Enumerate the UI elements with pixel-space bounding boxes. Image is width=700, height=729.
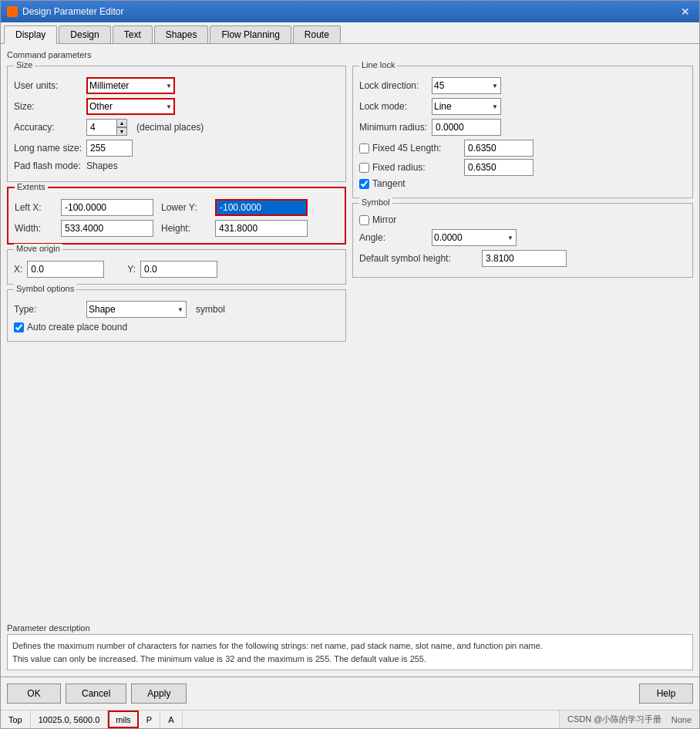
min-radius-input[interactable] xyxy=(432,119,501,136)
auto-create-checkbox[interactable] xyxy=(14,322,24,332)
origin-y-item: Y: xyxy=(127,261,217,278)
lock-mode-label: Lock mode: xyxy=(359,101,429,112)
close-button[interactable]: ✕ xyxy=(678,6,693,17)
p-text: P xyxy=(146,715,152,724)
left-panel: Size User units: Millimeter Inch Mil xyxy=(7,66,346,619)
type-label: Type: xyxy=(14,304,83,315)
tab-text[interactable]: Text xyxy=(113,25,153,43)
lock-direction-label: Lock direction: xyxy=(359,80,429,91)
cancel-button[interactable]: Cancel xyxy=(66,683,126,704)
line-lock-group: Line lock Lock direction: 45 90 0 xyxy=(352,66,693,198)
tab-bar: Display Design Text Shapes Flow Planning… xyxy=(1,22,699,44)
angle-wrapper: 0.0000 90.0000 180.0000 xyxy=(432,229,517,246)
command-params-label: Command parameters xyxy=(7,50,693,59)
angle-row: Angle: 0.0000 90.0000 180.0000 xyxy=(359,229,686,246)
tab-route[interactable]: Route xyxy=(293,25,341,43)
height-input[interactable] xyxy=(215,220,308,237)
title-bar: Design Parameter Editor ✕ xyxy=(1,1,699,22)
ok-button[interactable]: OK xyxy=(7,683,61,704)
user-units-wrapper: Millimeter Inch Mil xyxy=(86,77,175,94)
coordinates-text: 10025.0, 5600.0 xyxy=(39,715,100,724)
default-height-label: Default symbol height: xyxy=(359,253,479,264)
fixed-radius-label: Fixed radius: xyxy=(372,162,461,173)
units-status[interactable]: mils xyxy=(108,710,139,728)
pad-flash-row: Pad flash mode: Shapes xyxy=(14,160,339,171)
left-x-input[interactable] xyxy=(61,199,153,216)
lock-direction-row: Lock direction: 45 90 0 xyxy=(359,77,686,94)
size-label: Size: xyxy=(14,101,83,112)
size-select-wrapper: Other A B xyxy=(86,98,175,115)
accuracy-label: Accuracy: xyxy=(14,122,83,133)
accuracy-up[interactable]: ▲ xyxy=(116,119,127,127)
lock-mode-wrapper: Line Arc xyxy=(432,98,501,115)
accuracy-down[interactable]: ▼ xyxy=(116,127,127,136)
mirror-label: Mirror xyxy=(372,214,396,225)
type-select-wrapper: Shape Package Module xyxy=(86,301,187,318)
origin-y-input[interactable] xyxy=(140,261,217,278)
long-name-row: Long name size: xyxy=(14,140,339,157)
lock-mode-select[interactable]: Line Arc xyxy=(432,98,501,115)
min-radius-row: Minimum radius: xyxy=(359,119,686,136)
move-origin-title: Move origin xyxy=(14,244,62,253)
default-height-input[interactable] xyxy=(482,250,567,267)
angle-select[interactable]: 0.0000 90.0000 180.0000 xyxy=(432,229,517,246)
long-name-input[interactable] xyxy=(86,140,133,157)
fixed-45-checkbox[interactable] xyxy=(359,143,369,154)
left-buttons: OK Cancel Apply xyxy=(7,683,187,704)
app-icon xyxy=(7,6,18,17)
description-section: Parameter description Defines the maximu… xyxy=(7,623,693,670)
tab-design[interactable]: Design xyxy=(59,25,110,43)
description-text: Defines the maximum number of characters… xyxy=(12,641,543,663)
fixed-45-row: Fixed 45 Length: xyxy=(359,140,686,157)
lower-y-label: Lower Y: xyxy=(161,202,207,213)
auto-create-row: Auto create place bound xyxy=(14,322,339,332)
fixed-radius-input[interactable] xyxy=(464,159,533,176)
extents-row2: Width: Height: xyxy=(15,220,338,237)
a-status[interactable]: A xyxy=(160,710,182,728)
tab-shapes[interactable]: Shapes xyxy=(154,25,209,43)
fixed-radius-checkbox[interactable] xyxy=(359,163,369,173)
tangent-checkbox[interactable] xyxy=(359,179,369,189)
fixed-45-input[interactable] xyxy=(464,140,533,157)
tab-flow-planning[interactable]: Flow Planning xyxy=(210,25,291,43)
bottom-bar: OK Cancel Apply Help xyxy=(1,677,699,710)
line-lock-title: Line lock xyxy=(359,60,397,69)
content-area: Command parameters Size User units: Mill… xyxy=(1,44,699,677)
mirror-checkbox[interactable] xyxy=(359,215,369,225)
description-area: Defines the maximum number of characters… xyxy=(7,634,693,670)
size-select[interactable]: Other A B xyxy=(86,98,175,115)
accuracy-spinner: 4 ▲ ▼ xyxy=(86,119,127,136)
fixed-radius-row: Fixed radius: xyxy=(359,159,686,176)
layer-status: Top xyxy=(1,710,31,728)
none-text: None xyxy=(671,715,692,724)
width-label: Width: xyxy=(15,223,53,234)
default-height-row: Default symbol height: xyxy=(359,250,686,267)
tab-display[interactable]: Display xyxy=(4,25,57,44)
origin-x-item: X: xyxy=(14,261,104,278)
extents-row1: Left X: Lower Y: xyxy=(15,199,338,216)
origin-x-input[interactable] xyxy=(27,261,104,278)
title-bar-left: Design Parameter Editor xyxy=(7,6,123,17)
width-input[interactable] xyxy=(61,220,153,237)
pad-flash-value: Shapes xyxy=(86,160,118,171)
help-button[interactable]: Help xyxy=(639,683,693,704)
lock-direction-select[interactable]: 45 90 0 xyxy=(432,77,501,94)
lower-y-input[interactable] xyxy=(215,199,308,216)
p-status[interactable]: P xyxy=(139,710,160,728)
user-units-row: User units: Millimeter Inch Mil xyxy=(14,77,339,94)
type-select[interactable]: Shape Package Module xyxy=(86,301,187,318)
symbol-options-group: Symbol options Type: Shape Package Modul… xyxy=(7,289,346,342)
line-lock-content: Lock direction: 45 90 0 Lock xyxy=(359,77,686,189)
symbol-options-title: Symbol options xyxy=(14,284,76,293)
apply-button[interactable]: Apply xyxy=(131,683,187,704)
min-radius-label: Minimum radius: xyxy=(359,122,429,133)
user-units-select[interactable]: Millimeter Inch Mil xyxy=(86,77,175,94)
extents-group-title: Extents xyxy=(15,182,48,191)
symbol-group: Symbol Mirror Angle: 0.0000 xyxy=(352,203,693,278)
accuracy-row: Accuracy: 4 ▲ ▼ (decimal places) xyxy=(14,119,339,136)
accuracy-input[interactable]: 4 xyxy=(86,119,117,136)
fixed-45-label: Fixed 45 Length: xyxy=(372,143,461,154)
tangent-label: Tangent xyxy=(372,178,406,189)
coordinates-status: 10025.0, 5600.0 xyxy=(31,710,109,728)
extents-content: Left X: Lower Y: Width: Height: xyxy=(15,199,338,237)
